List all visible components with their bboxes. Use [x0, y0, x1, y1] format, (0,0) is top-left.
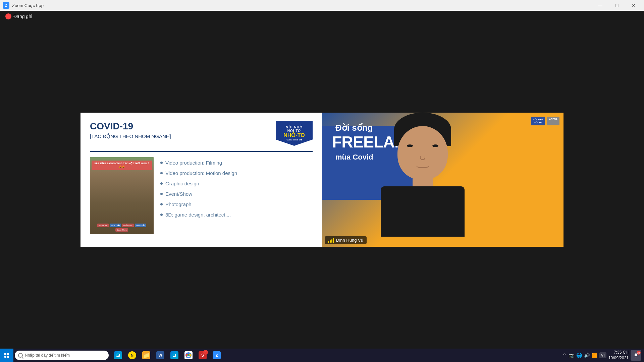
slide-panel: COVID-19 [TÁC ĐỘNG THEO NHÓM NGÀNH] NÓI … — [80, 113, 322, 247]
bullet-text: Video production: Filming — [165, 160, 222, 166]
start-square-4 — [7, 356, 9, 358]
maximize-button[interactable]: □ — [609, 0, 625, 11]
taskbar-app-zoom[interactable]: Z — [210, 349, 223, 362]
taskbar-right: ⌃ 📷 🌐 🔊 📶 VI 7:35 CH 10/09/2021 24 — [562, 350, 644, 361]
film-banner: SẮP TỚI E BẠN ĐI CÔNG TÁC MỘT THỜI GIAN … — [92, 161, 152, 170]
person-shirt — [381, 186, 465, 237]
signal-bar-2 — [330, 240, 331, 243]
close-button[interactable]: ✕ — [626, 0, 641, 11]
security-badge: 5 — [203, 350, 208, 355]
logo-bg: NÓI NHỎNÓI TO NHỎ-TO cùng chia sẻ — [276, 121, 313, 146]
bullet-text: 3D: game design, architect,... — [165, 212, 231, 218]
signal-bars — [328, 238, 334, 243]
language-indicator[interactable]: VI — [599, 352, 606, 358]
start-square-2 — [7, 353, 9, 355]
bullet-text: Photograph — [165, 201, 192, 207]
word-icon: W — [156, 351, 164, 359]
search-placeholder: Nhập tại đây để tìm kiếm — [25, 353, 70, 358]
role-san-xuat: Sản Xuất — [110, 224, 121, 227]
zoom-app-icon: Z — [3, 2, 9, 9]
taskbar-app-chrome[interactable] — [182, 349, 195, 362]
chrome-icon — [184, 351, 193, 359]
taskbar-app-security[interactable]: S 5 — [196, 349, 209, 362]
webcam-arena-logo: ARENA — [547, 117, 559, 125]
film-image-bg: SẮP TỚI E BẠN ĐI CÔNG TÁC MỘT THỜI GIAN … — [90, 157, 154, 234]
start-square-1 — [4, 353, 6, 355]
name-badge: Đinh Hùng Vũ — [325, 236, 367, 244]
slide-main-title: COVID-19 — [90, 121, 171, 132]
bullet-dot — [160, 193, 163, 195]
clock-time: 7:35 CH — [608, 350, 629, 355]
webcam-noi-nho-logo: NÓI NHỎNÓI TO — [531, 117, 545, 125]
wifi-icon[interactable]: 📶 — [592, 353, 597, 358]
network-icon[interactable]: 🌐 — [576, 353, 582, 358]
tray-icons: ⌃ 📷 🌐 🔊 📶 — [562, 353, 597, 358]
slide-divider — [90, 151, 313, 152]
norton-icon: N — [128, 351, 136, 359]
bullet-dot — [160, 182, 163, 185]
notification-badge: 24 — [637, 351, 641, 355]
list-item: Photograph — [160, 201, 313, 207]
folder-icon: 📁 — [142, 351, 150, 359]
logo-shape: NÓI NHỎNÓI TO NHỎ-TO cùng chia sẻ — [276, 121, 313, 146]
signal-bar-3 — [331, 239, 332, 243]
edge-icon — [114, 351, 122, 359]
bullet-text: Video production: Motion design — [165, 170, 237, 176]
clock-date: 10/09/2021 — [608, 355, 629, 361]
signal-bar-4 — [333, 238, 334, 243]
role-quay-phim: Quay Phim — [115, 228, 128, 232]
slide-header: COVID-19 [TÁC ĐỘNG THEO NHÓM NGÀNH] NÓI … — [90, 121, 313, 146]
signal-bar-1 — [328, 241, 329, 243]
list-item: Graphic design — [160, 181, 313, 186]
logo-text-top: NÓI NHỎNÓI TO — [286, 125, 303, 133]
zoom-taskbar-icon: Z — [213, 351, 221, 359]
webcam-logo-area: NÓI NHỎNÓI TO ARENA — [531, 117, 559, 125]
webcam-panel: Đời sống FREELANCER mùa Covid NÓI NHỎNÓI… — [322, 113, 564, 247]
role-bien-kich: Biên Kịch — [97, 224, 109, 227]
bullet-dot — [160, 162, 163, 164]
person-face — [397, 126, 448, 180]
list-item: Event/Show — [160, 191, 313, 197]
taskbar-app-edge[interactable] — [111, 349, 125, 362]
bullet-dot — [160, 214, 163, 216]
clock: 7:35 CH 10/09/2021 — [608, 350, 629, 361]
role-dien-vien: Diễn Viên — [122, 224, 134, 227]
webcam-text-mua-covid: mùa Covid — [335, 153, 373, 162]
webcam-tray-icon[interactable]: 📷 — [569, 353, 574, 358]
list-item: 3D: game design, architect,... — [160, 212, 313, 218]
bullet-text: Graphic design — [165, 181, 199, 186]
window-title: Zoom Cuộc họp — [12, 3, 44, 8]
chevron-up-icon[interactable]: ⌃ — [562, 353, 567, 358]
slide-title-area: COVID-19 [TÁC ĐỘNG THEO NHÓM NGÀNH] — [90, 121, 171, 139]
taskbar-app-edge2[interactable] — [168, 349, 181, 362]
role-dao-dien: Đạo Diễn — [135, 224, 146, 227]
taskbar: Nhập tại đây để tìm kiếm N 📁 W — [0, 349, 644, 362]
list-item: Video production: Filming — [160, 160, 313, 166]
taskbar-app-norton[interactable]: N — [125, 349, 139, 362]
bullet-text: Event/Show — [165, 191, 192, 197]
recording-text: Đang ghi — [13, 14, 32, 19]
window-controls: — □ ✕ — [592, 0, 641, 11]
windows-icon — [4, 353, 9, 358]
bullet-list: Video production: Filming Video producti… — [160, 157, 313, 222]
noi-nho-noi-to-logo: NÓI NHỎNÓI TO NHỎ-TO cùng chia sẻ — [276, 121, 313, 146]
start-button[interactable] — [0, 349, 13, 362]
logo-text-big: NHỎ-TO — [283, 133, 305, 138]
recording-badge: Đang ghi — [5, 13, 32, 19]
taskbar-app-folder[interactable]: 📁 — [140, 349, 153, 362]
film-set-image: SẮP TỚI E BẠN ĐI CÔNG TÁC MỘT THỜI GIAN … — [90, 157, 154, 234]
film-roles: Biên Kịch Sản Xuất Diễn Viên Đạo Diễn Qu… — [90, 224, 154, 232]
search-bar[interactable]: Nhập tại đây để tìm kiếm — [15, 351, 109, 360]
webcam-text-doi-song: Đời sống — [335, 123, 373, 133]
list-item: Video production: Motion design — [160, 170, 313, 176]
volume-icon[interactable]: 🔊 — [584, 353, 590, 358]
video-container: COVID-19 [TÁC ĐỘNG THEO NHÓM NGÀNH] NÓI … — [80, 113, 564, 247]
main-area: COVID-19 [TÁC ĐỘNG THEO NHÓM NGÀNH] NÓI … — [0, 11, 644, 349]
logo-text-bottom: cùng chia sẻ — [286, 138, 302, 141]
slide-body: SẮP TỚI E BẠN ĐI CÔNG TÁC MỘT THỜI GIAN … — [90, 157, 313, 234]
minimize-button[interactable]: — — [592, 0, 608, 11]
slide-content: COVID-19 [TÁC ĐỘNG THEO NHÓM NGÀNH] NÓI … — [80, 113, 322, 247]
edge-icon-2 — [170, 351, 178, 359]
taskbar-app-word[interactable]: W — [154, 349, 167, 362]
notification-button[interactable]: 24 — [631, 350, 641, 361]
